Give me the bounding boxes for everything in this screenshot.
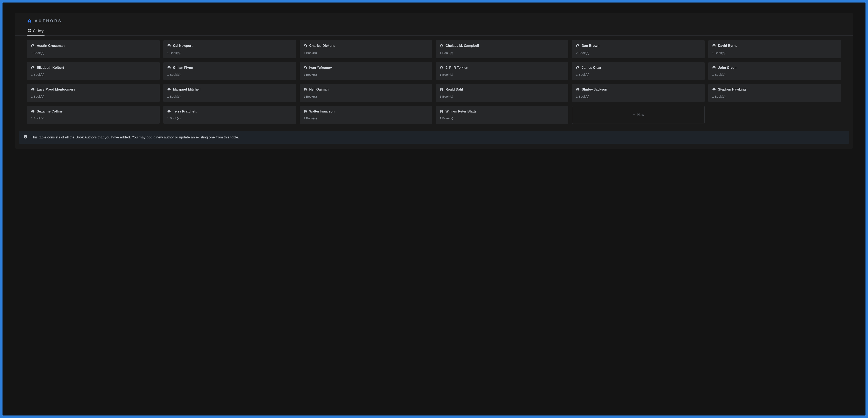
person-icon (167, 88, 171, 91)
author-book-count: 1 Book(s) (440, 117, 565, 120)
author-name: Margaret Mitchell (173, 87, 200, 92)
panel-header: AUTHORS (15, 19, 853, 24)
author-book-count: 1 Book(s) (712, 51, 837, 55)
card-title-row: Walter Isaacson (303, 109, 428, 114)
card-title-row: Austin Grossman (31, 43, 156, 48)
card-title-row: Gillian Flynn (167, 65, 292, 70)
tab-label: Gallery (33, 29, 44, 33)
card-title-row: Cal Newport (167, 43, 292, 48)
author-name: Stephen Hawking (718, 87, 746, 92)
person-icon (167, 110, 171, 113)
author-card[interactable]: Neil Gaiman1 Book(s) (300, 84, 432, 102)
author-card[interactable]: Roald Dahl1 Book(s) (436, 84, 568, 102)
person-icon (167, 66, 171, 70)
card-title-row: Margaret Mitchell (167, 87, 292, 92)
author-card[interactable]: Chelsea M. Campbell1 Book(s) (436, 40, 568, 58)
person-icon (576, 44, 580, 48)
author-book-count: 1 Book(s) (31, 51, 156, 55)
author-card[interactable]: Lucy Maud Montgomery1 Book(s) (27, 84, 160, 102)
author-card[interactable]: Dan Brown2 Book(s) (572, 40, 705, 58)
card-title-row: David Byrne (712, 43, 837, 48)
card-title-row: Lucy Maud Montgomery (31, 87, 156, 92)
author-card[interactable]: Shirley Jackson1 Book(s) (572, 84, 705, 102)
author-name: Dan Brown (582, 43, 599, 48)
author-book-count: 1 Book(s) (303, 51, 428, 55)
person-icon (31, 88, 35, 91)
author-name: Ivan Yefremov (309, 65, 332, 70)
author-book-count: 1 Book(s) (167, 51, 292, 55)
author-card[interactable]: Terry Pratchett1 Book(s) (163, 106, 296, 124)
author-card[interactable]: Cal Newport1 Book(s) (163, 40, 296, 58)
card-title-row: Chelsea M. Campbell (440, 43, 565, 48)
author-card[interactable]: Charles Dickens1 Book(s) (300, 40, 432, 58)
author-name: Austin Grossman (37, 43, 65, 48)
author-book-count: 1 Book(s) (440, 95, 565, 98)
card-title-row: John Green (712, 65, 837, 70)
author-book-count: 1 Book(s) (31, 95, 156, 98)
author-name: James Clear (582, 65, 601, 70)
gallery-grid-icon (28, 29, 31, 33)
new-author-button[interactable]: New (572, 106, 705, 124)
card-title-row: Roald Dahl (440, 87, 565, 92)
author-book-count: 1 Book(s) (31, 117, 156, 120)
app-frame: AUTHORS Gallery Austin Grossman1 Book(s)… (2, 2, 866, 416)
card-title-row: Neil Gaiman (303, 87, 428, 92)
person-icon (440, 110, 443, 113)
plus-icon (633, 113, 636, 117)
author-name: Shirley Jackson (582, 87, 607, 92)
author-book-count: 1 Book(s) (31, 73, 156, 76)
author-card[interactable]: J. R. R Tolkien1 Book(s) (436, 62, 568, 80)
authors-grid: Austin Grossman1 Book(s)Cal Newport1 Boo… (15, 35, 853, 126)
author-name: Neil Gaiman (309, 87, 329, 92)
author-card[interactable]: Elizabeth Kolbert1 Book(s) (27, 62, 160, 80)
card-title-row: James Clear (576, 65, 701, 70)
card-title-row: Ivan Yefremov (303, 65, 428, 70)
author-name: Charles Dickens (309, 43, 335, 48)
author-name: William Peter Blatty (445, 109, 477, 114)
author-card[interactable]: Stephen Hawking1 Book(s) (708, 84, 841, 102)
person-icon (712, 66, 716, 70)
author-book-count: 1 Book(s) (576, 73, 701, 76)
author-card[interactable]: Suzanne Collins1 Book(s) (27, 106, 160, 124)
author-card[interactable]: Gillian Flynn1 Book(s) (163, 62, 296, 80)
person-circle-icon (27, 19, 32, 24)
tab-gallery[interactable]: Gallery (27, 28, 44, 35)
person-icon (303, 88, 307, 91)
info-icon (23, 135, 28, 140)
author-card[interactable]: Walter Isaacson2 Book(s) (300, 106, 432, 124)
author-book-count: 1 Book(s) (303, 73, 428, 76)
card-title-row: Suzanne Collins (31, 109, 156, 114)
author-name: Walter Isaacson (309, 109, 335, 114)
author-book-count: 1 Book(s) (712, 95, 837, 98)
author-card[interactable]: Margaret Mitchell1 Book(s) (163, 84, 296, 102)
author-card[interactable]: John Green1 Book(s) (708, 62, 841, 80)
person-icon (303, 66, 307, 70)
author-name: Terry Pratchett (173, 109, 197, 114)
author-name: Lucy Maud Montgomery (37, 87, 75, 92)
person-icon (440, 88, 443, 91)
info-text: This table consists of all the Book Auth… (31, 135, 239, 140)
author-book-count: 1 Book(s) (167, 95, 292, 98)
author-card[interactable]: Ivan Yefremov1 Book(s) (300, 62, 432, 80)
author-book-count: 2 Book(s) (576, 51, 701, 55)
person-icon (303, 110, 307, 113)
author-book-count: 1 Book(s) (167, 117, 292, 120)
person-icon (303, 44, 307, 48)
person-icon (712, 88, 716, 91)
card-title-row: William Peter Blatty (440, 109, 565, 114)
person-icon (576, 88, 580, 91)
author-book-count: 1 Book(s) (576, 95, 701, 98)
author-card[interactable]: Austin Grossman1 Book(s) (27, 40, 160, 58)
person-icon (31, 110, 35, 113)
card-title-row: Shirley Jackson (576, 87, 701, 92)
author-book-count: 1 Book(s) (167, 73, 292, 76)
card-title-row: Elizabeth Kolbert (31, 65, 156, 70)
new-label: New (637, 113, 644, 117)
author-card[interactable]: James Clear1 Book(s) (572, 62, 705, 80)
author-card[interactable]: William Peter Blatty1 Book(s) (436, 106, 568, 124)
card-title-row: Dan Brown (576, 43, 701, 48)
author-name: Gillian Flynn (173, 65, 193, 70)
person-icon (712, 44, 716, 48)
author-card[interactable]: David Byrne1 Book(s) (708, 40, 841, 58)
author-book-count: 2 Book(s) (303, 117, 428, 120)
